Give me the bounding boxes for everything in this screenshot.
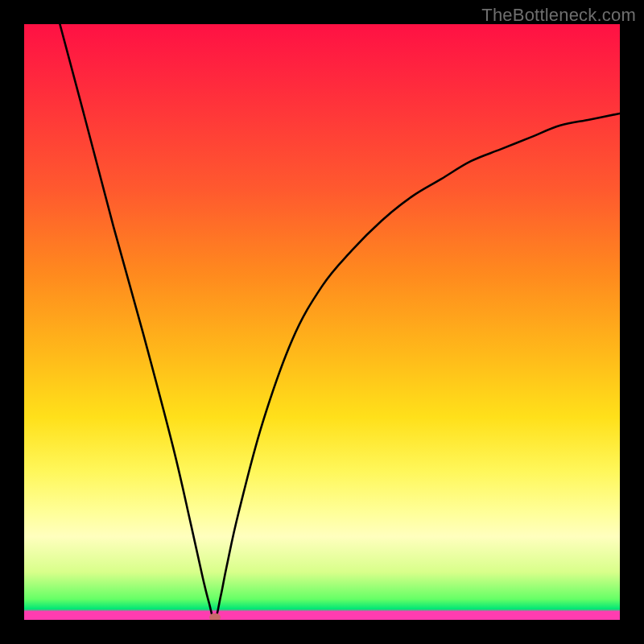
optimum-marker-dot [209, 613, 221, 620]
bottleneck-curve [24, 24, 620, 620]
plot-area [24, 24, 620, 620]
chart-frame: TheBottleneck.com [0, 0, 644, 644]
attribution-text: TheBottleneck.com [481, 5, 636, 26]
